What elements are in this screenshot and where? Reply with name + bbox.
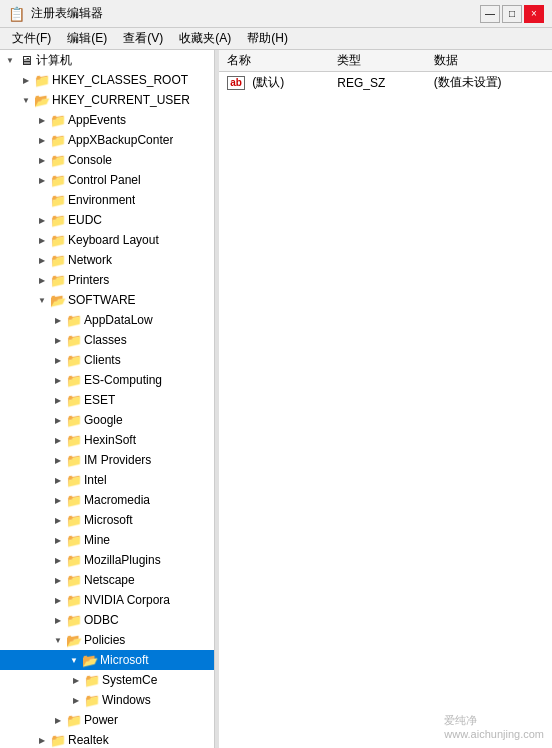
table-row[interactable]: ab (默认) REG_SZ (数值未设置) xyxy=(219,72,552,94)
tree-label-hkcu: HKEY_CURRENT_USER xyxy=(52,93,190,107)
maximize-button[interactable]: □ xyxy=(502,5,522,23)
tree-label-hkcr: HKEY_CLASSES_ROOT xyxy=(52,73,188,87)
folder-icon-appdatalow: 📁 xyxy=(66,312,82,328)
tree-item-printers[interactable]: ▶ 📁 Printers xyxy=(0,270,214,290)
watermark-site: www.aichunjing.com xyxy=(444,728,544,740)
expand-nvidia[interactable]: ▶ xyxy=(50,590,66,610)
tree-item-odbc[interactable]: ▶ 📁 ODBC xyxy=(0,610,214,630)
expand-eset[interactable]: ▶ xyxy=(50,390,66,410)
expand-control-panel[interactable]: ▶ xyxy=(34,170,50,190)
tree-item-eudc[interactable]: ▶ 📁 EUDC xyxy=(0,210,214,230)
menu-view[interactable]: 查看(V) xyxy=(115,28,171,49)
expand-im-providers[interactable]: ▶ xyxy=(50,450,66,470)
expand-intel[interactable]: ▶ xyxy=(50,470,66,490)
col-header-data: 数据 xyxy=(426,50,552,72)
tree-item-clients[interactable]: ▶ 📁 Clients xyxy=(0,350,214,370)
value-name-cell: ab (默认) xyxy=(219,72,329,94)
tree-item-appdatalow[interactable]: ▶ 📁 AppDataLow xyxy=(0,310,214,330)
expand-keyboard-layout[interactable]: ▶ xyxy=(34,230,50,250)
tree-item-hkcu[interactable]: ▼ 📂 HKEY_CURRENT_USER xyxy=(0,90,214,110)
tree-label-appdatalow: AppDataLow xyxy=(84,313,153,327)
expand-appevents[interactable]: ▶ xyxy=(34,110,50,130)
expand-power[interactable]: ▶ xyxy=(50,710,66,730)
tree-label-realtek: Realtek xyxy=(68,733,109,747)
tree-item-console[interactable]: ▶ 📁 Console xyxy=(0,150,214,170)
expand-windows[interactable]: ▶ xyxy=(68,690,84,710)
expand-appxbackup[interactable]: ▶ xyxy=(34,130,50,150)
tree-item-network[interactable]: ▶ 📁 Network xyxy=(0,250,214,270)
expand-google[interactable]: ▶ xyxy=(50,410,66,430)
expand-mine[interactable]: ▶ xyxy=(50,530,66,550)
expand-macromedia[interactable]: ▶ xyxy=(50,490,66,510)
tree-item-hexinsoft[interactable]: ▶ 📁 HexinSoft xyxy=(0,430,214,450)
expand-classes[interactable]: ▶ xyxy=(50,330,66,350)
folder-icon-environment: 📁 xyxy=(50,192,66,208)
tree-item-microsoft-sw[interactable]: ▶ 📁 Microsoft xyxy=(0,510,214,530)
folder-icon-hexinsoft: 📁 xyxy=(66,432,82,448)
expand-eudc[interactable]: ▶ xyxy=(34,210,50,230)
menu-help[interactable]: 帮助(H) xyxy=(239,28,296,49)
tree-item-software[interactable]: ▼ 📂 SOFTWARE xyxy=(0,290,214,310)
tree-item-hkcr[interactable]: ▶ 📁 HKEY_CLASSES_ROOT xyxy=(0,70,214,90)
tree-item-policies[interactable]: ▼ 📂 Policies xyxy=(0,630,214,650)
menu-file[interactable]: 文件(F) xyxy=(4,28,59,49)
tree-item-classes[interactable]: ▶ 📁 Classes xyxy=(0,330,214,350)
expand-printers[interactable]: ▶ xyxy=(34,270,50,290)
tree-item-windows[interactable]: ▶ 📁 Windows xyxy=(0,690,214,710)
tree-item-policies-microsoft[interactable]: ▼ 📂 Microsoft xyxy=(0,650,214,670)
tree-item-mozillaplugins[interactable]: ▶ 📁 MozillaPlugins xyxy=(0,550,214,570)
tree-item-netscape[interactable]: ▶ 📁 Netscape xyxy=(0,570,214,590)
tree-item-power[interactable]: ▶ 📁 Power xyxy=(0,710,214,730)
expand-hexinsoft[interactable]: ▶ xyxy=(50,430,66,450)
tree-item-im-providers[interactable]: ▶ 📁 IM Providers xyxy=(0,450,214,470)
tree-label-hexinsoft: HexinSoft xyxy=(84,433,136,447)
menu-edit[interactable]: 编辑(E) xyxy=(59,28,115,49)
col-header-name: 名称 xyxy=(219,50,329,72)
expand-hkcu[interactable]: ▼ xyxy=(18,90,34,110)
expand-odbc[interactable]: ▶ xyxy=(50,610,66,630)
expand-computer[interactable]: ▼ xyxy=(2,50,18,70)
expand-policies[interactable]: ▼ xyxy=(50,630,66,650)
tree-item-eset[interactable]: ▶ 📁 ESET xyxy=(0,390,214,410)
main-content: ▼ 🖥 计算机 ▶ 📁 HKEY_CLASSES_ROOT ▼ 📂 HKEY_C… xyxy=(0,50,552,748)
tree-item-google[interactable]: ▶ 📁 Google xyxy=(0,410,214,430)
expand-network[interactable]: ▶ xyxy=(34,250,50,270)
tree-label-windows: Windows xyxy=(102,693,151,707)
expand-policies-microsoft[interactable]: ▼ xyxy=(66,650,82,670)
expand-es-computing[interactable]: ▶ xyxy=(50,370,66,390)
expand-console[interactable]: ▶ xyxy=(34,150,50,170)
expand-hkcr[interactable]: ▶ xyxy=(18,70,34,90)
expand-appdatalow[interactable]: ▶ xyxy=(50,310,66,330)
tree-item-mine[interactable]: ▶ 📁 Mine xyxy=(0,530,214,550)
tree-item-control-panel[interactable]: ▶ 📁 Control Panel xyxy=(0,170,214,190)
title-bar: 📋 注册表编辑器 — □ × xyxy=(0,0,552,28)
menu-favorites[interactable]: 收藏夹(A) xyxy=(171,28,239,49)
expand-software[interactable]: ▼ xyxy=(34,290,50,310)
tree-item-realtek[interactable]: ▶ 📁 Realtek xyxy=(0,730,214,748)
tree-item-appxbackup[interactable]: ▶ 📁 AppXBackupConter xyxy=(0,130,214,150)
folder-icon-console: 📁 xyxy=(50,152,66,168)
expand-mozillaplugins[interactable]: ▶ xyxy=(50,550,66,570)
tree-item-es-computing[interactable]: ▶ 📁 ES-Computing xyxy=(0,370,214,390)
expand-clients[interactable]: ▶ xyxy=(50,350,66,370)
expand-netscape[interactable]: ▶ xyxy=(50,570,66,590)
window-controls: — □ × xyxy=(480,5,544,23)
tree-item-environment[interactable]: 📁 Environment xyxy=(0,190,214,210)
tree-item-systemce[interactable]: ▶ 📁 SystemCe xyxy=(0,670,214,690)
tree-item-intel[interactable]: ▶ 📁 Intel xyxy=(0,470,214,490)
close-button[interactable]: × xyxy=(524,5,544,23)
minimize-button[interactable]: — xyxy=(480,5,500,23)
tree-item-computer[interactable]: ▼ 🖥 计算机 xyxy=(0,50,214,70)
value-type-cell: REG_SZ xyxy=(329,72,425,94)
tree-item-macromedia[interactable]: ▶ 📁 Macromedia xyxy=(0,490,214,510)
expand-systemce[interactable]: ▶ xyxy=(68,670,84,690)
tree-item-appevents[interactable]: ▶ 📁 AppEvents xyxy=(0,110,214,130)
expand-realtek[interactable]: ▶ xyxy=(34,730,50,748)
expand-microsoft-sw[interactable]: ▶ xyxy=(50,510,66,530)
folder-icon-intel: 📁 xyxy=(66,472,82,488)
tree-item-keyboard-layout[interactable]: ▶ 📁 Keyboard Layout xyxy=(0,230,214,250)
tree-label-clients: Clients xyxy=(84,353,121,367)
folder-icon-windows: 📁 xyxy=(84,692,100,708)
tree-item-nvidia[interactable]: ▶ 📁 NVIDIA Corpora xyxy=(0,590,214,610)
tree-label-nvidia: NVIDIA Corpora xyxy=(84,593,170,607)
